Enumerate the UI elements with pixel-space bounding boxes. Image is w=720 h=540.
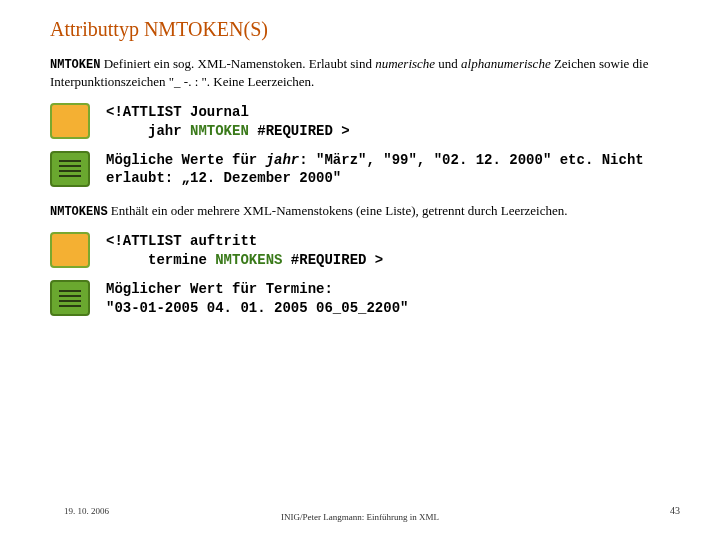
text: Mögliche Werte für [106, 152, 266, 168]
code-block-2: <!ATTLIST auftritt termine NMTOKENS #REQ… [106, 232, 383, 270]
paragraph-nmtokens: NMTOKENS Enthält ein oder mehrere XML-Na… [50, 202, 680, 220]
code-row-1: <!ATTLIST Journal jahr NMTOKEN #REQUIRED… [50, 103, 680, 141]
keyword-nmtoken: NMTOKEN [50, 58, 100, 72]
keyword-nmtokens: NMTOKENS [50, 205, 108, 219]
paragraph-nmtoken: NMTOKEN Definiert ein sog. XML-Namenstok… [50, 55, 680, 91]
code-line: #REQUIRED > [282, 252, 383, 268]
text: Enthält ein oder mehrere XML-Namenstoken… [108, 203, 568, 218]
note-row-2: Möglicher Wert für Termine: "03-01-2005 … [50, 280, 680, 318]
code-line: jahr [106, 123, 190, 139]
footer-page: 43 [670, 505, 680, 516]
italic-alphanumerische: alphanumerische [461, 56, 551, 71]
code-line: #REQUIRED > [249, 123, 350, 139]
note-icon [50, 151, 90, 187]
note-row-1: Mögliche Werte für jahr: "März", "99", "… [50, 151, 680, 189]
note-icon [50, 280, 90, 316]
code-row-2: <!ATTLIST auftritt termine NMTOKENS #REQ… [50, 232, 680, 270]
italic-jahr: jahr [266, 152, 300, 168]
note-block-2: Möglicher Wert für Termine: "03-01-2005 … [106, 280, 408, 318]
text: und [435, 56, 461, 71]
slide-title: Attributtyp NMTOKEN(S) [50, 18, 680, 41]
code-keyword: NMTOKENS [215, 252, 282, 268]
text: Definiert ein sog. XML-Namenstoken. Erla… [100, 56, 375, 71]
code-line: <!ATTLIST Journal [106, 104, 249, 120]
code-line: <!ATTLIST auftritt [106, 233, 257, 249]
code-icon [50, 232, 90, 268]
code-block-1: <!ATTLIST Journal jahr NMTOKEN #REQUIRED… [106, 103, 350, 141]
code-icon [50, 103, 90, 139]
note-block-1: Mögliche Werte für jahr: "März", "99", "… [106, 151, 646, 189]
italic-numerische: numerische [375, 56, 435, 71]
code-keyword: NMTOKEN [190, 123, 249, 139]
code-line: termine [106, 252, 215, 268]
footer-center: INIG/Peter Langmann: Einführung in XML [0, 512, 720, 522]
